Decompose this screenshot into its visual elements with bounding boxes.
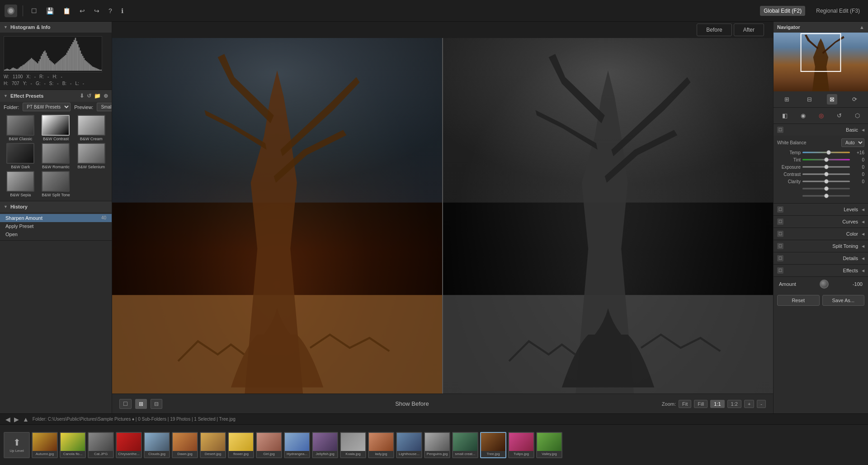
details-header[interactable]: ☐ Details ◀ <box>774 252 868 264</box>
clone-tool[interactable]: ⊟ <box>804 94 815 104</box>
adjust-tool[interactable]: ◧ <box>779 110 790 121</box>
zoom-fill-btn[interactable]: Fill <box>694 400 708 408</box>
navigator-header[interactable]: Navigator ▲ <box>774 22 868 33</box>
film-thumb-1[interactable]: Canola flo... <box>60 432 86 458</box>
histogram-header[interactable]: ▼ Histogram & Info <box>0 22 112 33</box>
compare-view-btn[interactable]: ⊟ <box>151 399 162 409</box>
nav-back-btn[interactable]: ◀ <box>5 416 10 423</box>
presets-folder-icon[interactable]: 📁 <box>94 93 101 99</box>
slider-value-4: 0 <box>852 179 864 184</box>
wb-select[interactable]: Auto <box>841 138 864 147</box>
save-copy-button[interactable]: 📋 <box>60 5 73 16</box>
global-edit-button[interactable]: Global Edit (F2) <box>760 6 805 16</box>
effects-toggle[interactable]: ☐ <box>777 267 783 274</box>
single-view-btn[interactable]: ☐ <box>119 399 132 409</box>
folder-select[interactable]: PT B&W Presets <box>23 103 71 111</box>
slider-wrap-2[interactable] <box>802 164 850 170</box>
preset-item-5[interactable]: B&W Selenium <box>75 143 108 169</box>
preset-item-6[interactable]: B&W Sepia <box>4 171 37 197</box>
up-level-btn[interactable]: ⬆Up Level <box>4 432 30 458</box>
zoom-1-1-btn[interactable]: 1:1 <box>710 400 724 408</box>
details-toggle[interactable]: ☐ <box>777 255 783 261</box>
split-toning-header[interactable]: ☐ Split Toning ◀ <box>774 240 868 252</box>
effect-presets-header[interactable]: ▼ Effect Presets ⬇ ↺ 📁 ⊕ <box>0 90 112 102</box>
preset-item-2[interactable]: B&W Cream <box>75 115 108 141</box>
info-button[interactable]: ℹ <box>118 5 126 16</box>
levels-header[interactable]: ☐ Levels ◀ <box>774 204 868 215</box>
red-eye-tool[interactable]: ◎ <box>816 110 826 121</box>
new-button[interactable]: ☐ <box>28 5 40 16</box>
film-thumb-7[interactable]: flower.jpg <box>228 432 254 458</box>
preview-select[interactable]: Small <box>97 103 112 111</box>
help-button[interactable]: ? <box>106 5 115 16</box>
presets-save-icon[interactable]: ⬇ <box>80 93 84 99</box>
rotate-tool[interactable]: ⟳ <box>849 94 860 104</box>
slider-wrap-1[interactable] <box>802 157 850 162</box>
mask-tool[interactable]: ◉ <box>798 110 808 121</box>
show-before-button[interactable]: Show Before <box>166 400 658 407</box>
film-thumb-0[interactable]: Autumn.jpg <box>32 432 58 458</box>
preset-item-3[interactable]: B&W Dark <box>4 143 37 169</box>
nav-fwd-btn[interactable]: ▶ <box>14 416 19 423</box>
film-thumb-2[interactable]: Cat.JPG <box>88 432 114 458</box>
zoom-fit-btn[interactable]: Fit <box>679 400 691 408</box>
slider-wrap-3[interactable] <box>802 171 850 177</box>
zoom-1-2-btn[interactable]: 1:2 <box>727 400 741 408</box>
history-item-2[interactable]: Open <box>0 230 112 238</box>
film-thumb-3[interactable]: Chrysanthe... <box>116 432 142 458</box>
preset-item-1[interactable]: B&W Contrast <box>39 115 72 141</box>
presets-refresh-icon[interactable]: ↺ <box>87 93 91 99</box>
navigator-collapse[interactable]: ▲ <box>859 24 864 30</box>
color-header[interactable]: ☐ Color ◀ <box>774 228 868 240</box>
reset-button[interactable]: Reset <box>777 295 820 306</box>
slider-wrap-5[interactable] <box>802 186 850 191</box>
film-thumb-8[interactable]: Girl.jpg <box>256 432 282 458</box>
film-thumb-11[interactable]: Koala.jpg <box>340 432 366 458</box>
history-header[interactable]: ▼ History <box>0 201 112 212</box>
undo-button[interactable]: ↩ <box>77 5 88 16</box>
zoom-plus-btn[interactable]: + <box>744 400 754 408</box>
regional-edit-button[interactable]: Regional Edit (F3) <box>812 6 863 16</box>
save-button[interactable]: 💾 <box>43 5 57 16</box>
redo-button[interactable]: ↪ <box>91 5 102 16</box>
curves-header[interactable]: ☐ Curves ◀ <box>774 216 868 228</box>
smart-tool[interactable]: ⬡ <box>852 110 863 121</box>
film-thumb-15[interactable]: small creat... <box>452 432 478 458</box>
film-thumb-14[interactable]: Penguins.jpg <box>424 432 450 458</box>
basic-toggle[interactable]: ☐ <box>777 127 783 133</box>
preset-item-4[interactable]: B&W Romantic <box>39 143 72 169</box>
film-thumb-12[interactable]: lady.jpg <box>368 432 394 458</box>
amount-knob[interactable] <box>820 280 829 289</box>
healing-tool[interactable]: ↺ <box>834 110 844 121</box>
film-thumb-17[interactable]: Tulips.jpg <box>508 432 534 458</box>
levels-toggle[interactable]: ☐ <box>777 206 783 213</box>
split-compare-tool[interactable]: ⊠ <box>827 94 837 104</box>
effects-header[interactable]: ☐ Effects ◀ <box>774 265 868 276</box>
film-thumb-4[interactable]: Clouds.jpg <box>144 432 170 458</box>
slider-wrap-4[interactable] <box>802 179 850 184</box>
film-thumb-10[interactable]: Jellyfish.jpg <box>312 432 338 458</box>
save-as-button[interactable]: Save As... <box>822 295 865 306</box>
history-item-1[interactable]: Apply Preset <box>0 222 112 230</box>
film-thumb-16[interactable]: Tree.jpg <box>480 432 506 458</box>
film-thumb-5[interactable]: Dawn.jpg <box>172 432 198 458</box>
film-thumb-6[interactable]: Desert.jpg <box>200 432 226 458</box>
preset-item-0[interactable]: B&W Classic <box>4 115 37 141</box>
svg-rect-2 <box>4 70 5 71</box>
film-thumb-18[interactable]: Valley.jpg <box>536 432 562 458</box>
slider-wrap-0[interactable] <box>802 150 850 155</box>
preset-item-7[interactable]: B&W Split Tone <box>39 171 72 197</box>
presets-add-icon[interactable]: ⊕ <box>104 93 108 99</box>
film-thumb-13[interactable]: Lighthouse... <box>396 432 422 458</box>
basic-section-header[interactable]: ☐ Basic ◀ <box>774 124 868 136</box>
color-toggle[interactable]: ☐ <box>777 231 783 237</box>
slider-wrap-6[interactable] <box>802 193 850 199</box>
zoom-minus-btn[interactable]: - <box>757 400 766 408</box>
film-thumb-9[interactable]: Hydrangea... <box>284 432 310 458</box>
curves-toggle[interactable]: ☐ <box>777 218 783 225</box>
split-view-btn[interactable]: ⊞ <box>135 399 147 409</box>
history-item-0[interactable]: Sharpen Amount40 <box>0 214 112 222</box>
nav-up-btn[interactable]: ▲ <box>23 416 29 423</box>
split-toning-toggle[interactable]: ☐ <box>777 243 783 249</box>
crop-tool[interactable]: ⊞ <box>782 94 792 104</box>
